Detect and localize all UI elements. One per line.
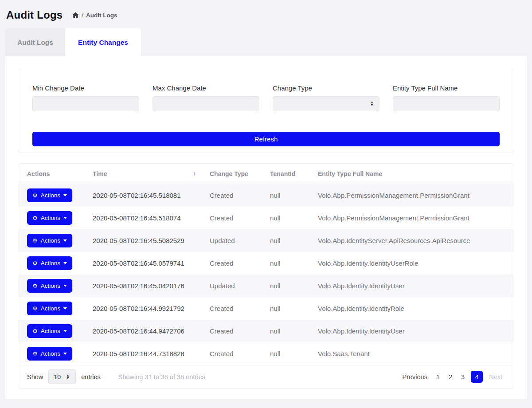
filter-field-max-change-date: Max Change Date [153,84,259,111]
column-header-entity-type: Entity Type Full Name [309,164,514,184]
cell-change-type: Created [201,320,261,342]
row-actions-button[interactable]: ⚙Actions [27,347,72,361]
cell-entity-type: Volo.Abp.Identity.IdentityRole [309,297,514,320]
cell-change-type: Updated [201,275,261,297]
home-icon[interactable] [72,12,79,18]
column-header-time[interactable]: Time ↑↓ [84,164,201,184]
pagination-page-4-active[interactable]: 4 [471,371,483,383]
entity-type-input[interactable] [393,96,500,111]
row-actions-button[interactable]: ⚙Actions [27,211,72,225]
chevron-down-icon [63,330,67,332]
change-type-select[interactable]: ▲▼ [273,96,379,111]
cell-tenant-id: null [261,184,309,207]
pagination-previous[interactable]: Previous [400,372,430,382]
chevron-down-icon [63,262,67,264]
min-change-date-input[interactable] [32,96,139,111]
table-row: ⚙Actions 2020-05-08T02:16:45.0420176 Upd… [18,275,514,297]
cell-tenant-id: null [261,297,309,320]
chevron-down-icon [63,239,67,242]
refresh-button[interactable]: Refresh [32,132,500,146]
row-actions-button[interactable]: ⚙Actions [27,234,72,247]
pagination-page-2[interactable]: 2 [446,372,455,382]
tab-entity-changes[interactable]: Entity Changes [65,28,141,56]
select-updown-icon: ▲▼ [66,374,70,380]
pagination-page-1[interactable]: 1 [434,372,442,382]
cell-entity-type: Volo.Abp.PermissionManagement.Permission… [309,207,514,229]
tab-audit-logs-label: Audit Logs [17,39,53,47]
cell-time: 2020-05-08T02:16:44.9921792 [84,297,201,320]
show-label: Show [27,373,43,381]
cell-time: 2020-05-08T02:16:44.7318828 [84,342,201,365]
chevron-down-icon [63,217,67,219]
gear-icon: ⚙ [32,215,38,221]
breadcrumb-separator: / [82,12,83,19]
chevron-down-icon [63,194,67,196]
cell-time: 2020-05-08T02:16:45.0420176 [84,275,201,297]
tab-audit-logs[interactable]: Audit Logs [5,28,65,56]
cell-entity-type: Volo.Saas.Tenant [309,342,514,365]
cell-tenant-id: null [261,207,309,229]
column-header-time-label: Time [93,170,107,177]
cell-time: 2020-05-08T02:16:45.5082529 [84,229,201,252]
filter-card: Min Change Date Max Change Date Change T… [18,69,514,153]
table-row: ⚙Actions 2020-05-08T02:16:45.518074 Crea… [18,207,514,229]
main-card: Min Change Date Max Change Date Change T… [5,56,527,399]
table-row: ⚙Actions 2020-05-08T02:16:44.7318828 Cre… [18,342,514,365]
filter-field-change-type: Change Type ▲▼ [273,84,379,111]
cell-entity-type: Volo.Abp.PermissionManagement.Permission… [309,184,514,207]
cell-time: 2020-05-08T02:16:45.0579741 [84,252,201,275]
column-header-tenant-id: TenantId [261,164,309,184]
chevron-down-icon [63,285,67,287]
cell-entity-type: Volo.Abp.IdentityServer.ApiResources.Api… [309,229,514,252]
table-header-row: Actions Time ↑↓ Change Type TenantId Ent… [18,164,514,184]
column-header-change-type: Change Type [201,164,261,184]
row-actions-button[interactable]: ⚙Actions [27,302,72,315]
cell-tenant-id: null [261,342,309,365]
cell-time: 2020-05-08T02:16:45.518074 [84,207,201,229]
chevron-down-icon [63,307,67,310]
gear-icon: ⚙ [32,328,38,334]
row-actions-button[interactable]: ⚙Actions [27,188,72,202]
cell-tenant-id: null [261,229,309,252]
cell-tenant-id: null [261,320,309,342]
table-row: ⚙Actions 2020-05-08T02:16:45.5082529 Upd… [18,229,514,252]
cell-entity-type: Volo.Abp.Identity.IdentityUser [309,275,514,297]
page-header: Audit Logs / Audit Logs [0,0,532,28]
filter-field-min-change-date: Min Change Date [32,84,139,111]
cell-change-type: Created [201,297,261,320]
table-footer: Show 10 ▲▼ entries Showing 31 to 38 of 3… [18,365,514,388]
gear-icon: ⚙ [32,351,38,357]
showing-entries-text: Showing 31 to 38 of 38 entries [118,373,205,381]
page-size-select[interactable]: 10 ▲▼ [48,369,76,384]
row-actions-button[interactable]: ⚙Actions [27,279,72,293]
filter-field-entity-type: Entity Type Full Name [393,84,500,111]
cell-tenant-id: null [261,275,309,297]
pagination-next[interactable]: Next [486,372,505,382]
gear-icon: ⚙ [32,283,38,289]
cell-change-type: Created [201,252,261,275]
row-actions-button[interactable]: ⚙Actions [27,324,72,338]
table-row: ⚙Actions 2020-05-08T02:16:45.518081 Crea… [18,184,514,207]
breadcrumb-current: Audit Logs [86,12,117,19]
cell-change-type: Created [201,342,261,365]
cell-change-type: Created [201,207,261,229]
breadcrumb: / Audit Logs [72,12,117,19]
page-size-value: 10 [54,373,61,381]
gear-icon: ⚙ [32,238,38,243]
cell-tenant-id: null [261,252,309,275]
min-change-date-label: Min Change Date [32,84,139,92]
change-type-label: Change Type [273,84,379,92]
select-updown-icon: ▲▼ [370,101,375,106]
pagination-page-3[interactable]: 3 [458,372,467,382]
cell-entity-type: Volo.Abp.Identity.IdentityUserRole [309,252,514,275]
cell-change-type: Updated [201,229,261,252]
max-change-date-input[interactable] [153,96,259,111]
entity-changes-table-card: Actions Time ↑↓ Change Type TenantId Ent… [18,163,514,388]
tab-entity-changes-label: Entity Changes [78,39,128,47]
table-row: ⚙Actions 2020-05-08T02:16:45.0579741 Cre… [18,252,514,275]
max-change-date-label: Max Change Date [153,84,259,92]
entity-changes-table: Actions Time ↑↓ Change Type TenantId Ent… [18,164,514,365]
pagination: Previous 1 2 3 4 Next [400,371,505,383]
gear-icon: ⚙ [32,192,38,198]
row-actions-button[interactable]: ⚙Actions [27,256,72,270]
